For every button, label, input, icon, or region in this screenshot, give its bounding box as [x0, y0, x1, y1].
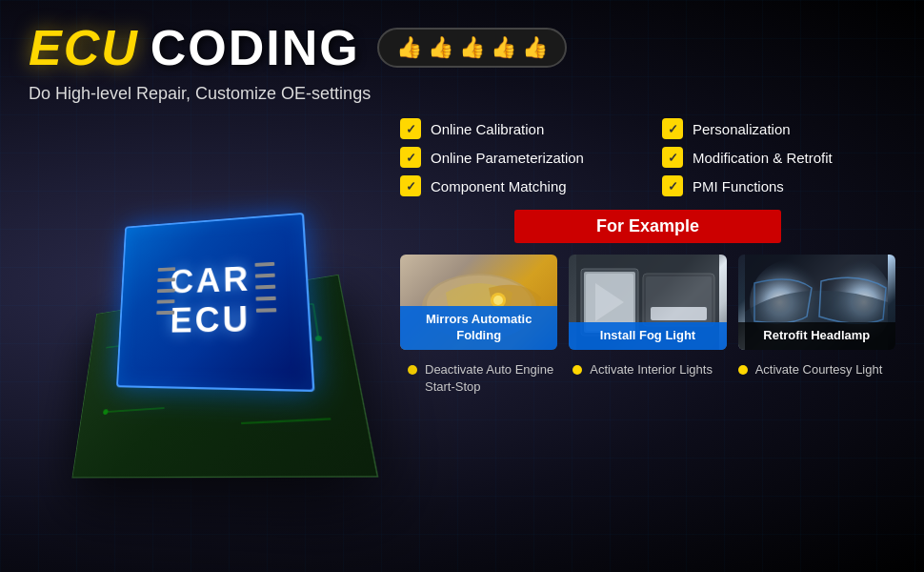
feature-label-5: Component Matching: [431, 178, 567, 194]
thumbs-badge: 👍 👍 👍 👍 👍: [377, 28, 567, 68]
card-foglight: Install Fog Light: [569, 255, 726, 350]
card-headlamp-label: Retrofit Headlamp: [738, 322, 895, 350]
pin: [255, 261, 275, 266]
svg-point-12: [493, 296, 503, 305]
thumb-icon-2: 👍: [428, 35, 453, 60]
card-mirrors: Mirrors Automatic Folding: [400, 255, 557, 350]
bullets-row: Deactivate Auto Engine Start-Stop Activa…: [400, 361, 895, 396]
card-headlamp: Retrofit Headlamp: [738, 255, 895, 350]
card-mirrors-label: Mirrors Automatic Folding: [400, 306, 557, 350]
bullet-dot-1: [408, 365, 417, 375]
main-container: ECU CODING 👍 👍 👍 👍 👍 Do High-level Repai…: [0, 0, 924, 572]
check-icon-1: ✓: [400, 118, 421, 139]
feature-label-4: Modification & Retrofit: [693, 150, 833, 166]
feature-item-2: ✓ Personalization: [662, 118, 895, 139]
features-grid: ✓ Online Calibration ✓ Personalization ✓…: [400, 118, 895, 196]
feature-label-6: PMI Functions: [693, 178, 784, 194]
cards-row: Mirrors Automatic Folding: [400, 255, 895, 350]
thumb-icon-4: 👍: [491, 35, 516, 60]
thumb-icon-5: 👍: [522, 35, 548, 60]
bullet-item-1: Deactivate Auto Engine Start-Stop: [400, 361, 565, 396]
pin: [255, 273, 275, 277]
example-banner: For Example: [514, 210, 781, 243]
thumb-icon-1: 👍: [396, 35, 422, 60]
feature-item-4: ✓ Modification & Retrofit: [662, 147, 895, 168]
ecu-chip-visual: CAR ECU: [57, 186, 362, 491]
chip-pins-left: [156, 267, 175, 315]
check-icon-6: ✓: [662, 175, 683, 196]
bullet-text-3: Activate Courtesy Light: [755, 361, 883, 378]
bullet-item-2: Activate Interior Lights: [565, 361, 730, 396]
bullet-dot-2: [572, 365, 582, 375]
pin: [256, 296, 276, 300]
title-coding: CODING: [151, 19, 360, 76]
left-panel: CAR ECU: [29, 118, 391, 558]
check-icon-2: ✓: [662, 118, 683, 139]
svg-point-8: [103, 409, 109, 415]
check-icon-5: ✓: [400, 175, 421, 196]
chip-label-ecu: ECU: [170, 298, 251, 340]
bullet-text-1: Deactivate Auto Engine Start-Stop: [425, 361, 557, 396]
pin: [156, 310, 174, 314]
thumb-icon-3: 👍: [459, 35, 485, 60]
svg-rect-19: [651, 307, 707, 320]
check-icon-4: ✓: [662, 147, 683, 168]
pin: [255, 284, 275, 289]
chip-pins-right: [255, 261, 277, 312]
bullet-text-2: Activate Interior Lights: [590, 361, 713, 378]
svg-line-5: [241, 419, 331, 423]
content-row: CAR ECU ✓ Online Calibration ✓ Personali…: [29, 118, 895, 558]
feature-label-1: Online Calibration: [431, 121, 544, 137]
feature-item-3: ✓ Online Parameterization: [400, 147, 633, 168]
feature-label-3: Online Parameterization: [431, 150, 584, 166]
pin: [256, 308, 276, 313]
header: ECU CODING 👍 👍 👍 👍 👍: [29, 19, 895, 76]
chip-label-car: CAR: [170, 259, 251, 301]
card-foglight-label: Install Fog Light: [569, 322, 726, 350]
svg-point-7: [315, 335, 323, 340]
subtitle: Do High-level Repair, Customize OE-setti…: [29, 84, 895, 104]
pin: [158, 267, 175, 272]
pin: [157, 277, 175, 282]
feature-item-1: ✓ Online Calibration: [400, 118, 633, 139]
pin: [157, 299, 175, 303]
title-ecu: ECU: [29, 19, 139, 76]
check-icon-3: ✓: [400, 147, 421, 168]
bullet-dot-3: [738, 365, 748, 375]
feature-label-2: Personalization: [693, 121, 791, 137]
feature-item-5: ✓ Component Matching: [400, 175, 633, 196]
pin: [157, 288, 175, 292]
chip-box: CAR ECU: [116, 212, 315, 391]
bullet-item-3: Activate Courtesy Light: [731, 361, 895, 396]
right-panel: ✓ Online Calibration ✓ Personalization ✓…: [391, 118, 895, 558]
feature-item-6: ✓ PMI Functions: [662, 175, 895, 196]
svg-line-3: [313, 303, 319, 337]
svg-line-4: [106, 408, 165, 412]
